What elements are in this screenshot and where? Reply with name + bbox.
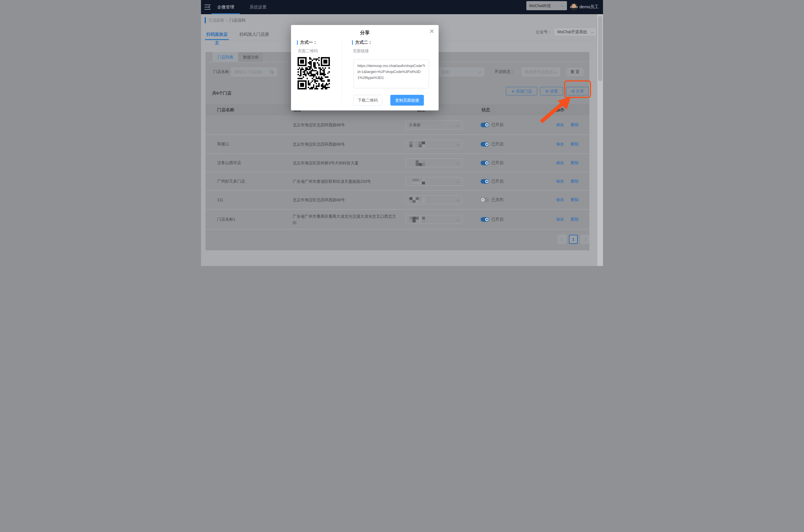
cell-address: 北京市海淀区北四环西路66号 bbox=[293, 122, 399, 128]
header-actions: 操作 bbox=[556, 104, 564, 115]
gear-icon bbox=[545, 90, 549, 93]
censored-owner-mosaic bbox=[409, 197, 425, 203]
status-select[interactable]: 请选择开启状态 bbox=[522, 68, 560, 76]
status-label: 已关闭 bbox=[492, 197, 503, 203]
censored-owner-mosaic bbox=[409, 160, 425, 166]
share-icon bbox=[571, 90, 575, 93]
card-tab-1[interactable]: 数据分析 bbox=[238, 52, 264, 62]
delete-link[interactable]: 删除 bbox=[571, 160, 579, 166]
user-name[interactable]: demo员工 bbox=[579, 4, 599, 10]
page-tab-1[interactable]: 扫码加入门店群 bbox=[239, 30, 269, 40]
cell-shop-name: 汉拿山西寺店 bbox=[217, 160, 288, 166]
cell-actions: 修改删除 bbox=[556, 179, 579, 184]
cell-address: 广东省广州市番禺区番禺大道北与汉溪大道东交叉口西北方向 bbox=[293, 213, 399, 226]
chevron-left-icon bbox=[560, 238, 563, 241]
owner-select[interactable] bbox=[406, 159, 462, 168]
navbar-item-1[interactable]: 系统设置 bbox=[246, 0, 271, 14]
action-divider bbox=[567, 179, 568, 183]
table-row: 汉拿山西寺店北京市海淀区苏州桥3号大恒科技大厦已开启修改删除 bbox=[206, 154, 589, 172]
official-account-row: 公众号： MoChat开源系统 bbox=[536, 27, 596, 36]
owner-select[interactable] bbox=[406, 177, 462, 186]
cell-actions: 修改删除 bbox=[556, 217, 579, 222]
owner-select[interactable] bbox=[406, 215, 462, 224]
status-toggle[interactable] bbox=[481, 217, 489, 222]
status-toggle[interactable] bbox=[481, 122, 489, 127]
method1-heading: 方式一： bbox=[297, 40, 317, 45]
delete-link[interactable]: 删除 bbox=[571, 142, 579, 147]
breadcrumb-separator: / bbox=[226, 18, 227, 23]
download-qr-button[interactable]: 下载二维码 bbox=[353, 95, 382, 106]
scrollbar-thumb[interactable] bbox=[598, 16, 602, 81]
navbar-item-0[interactable]: 企微管理 bbox=[213, 0, 238, 14]
method2-heading: 方式二： bbox=[352, 40, 372, 45]
breadcrumb-parent[interactable]: 引流获客 bbox=[208, 18, 224, 23]
search-icon bbox=[270, 70, 274, 74]
avatar[interactable] bbox=[570, 3, 578, 11]
prev-page-button[interactable] bbox=[558, 235, 567, 244]
status-filter-label: 开启状态： bbox=[495, 69, 514, 74]
shop-name-input[interactable]: 请输入门店名称 bbox=[231, 68, 277, 76]
accent-bar bbox=[297, 40, 298, 45]
cell-address: 广东省广州市黄埔区联和街道天鹿南路233号 bbox=[293, 178, 399, 185]
scrollbar-track[interactable] bbox=[597, 14, 603, 266]
action-divider bbox=[567, 217, 568, 221]
status-toggle[interactable] bbox=[481, 197, 489, 202]
delete-link[interactable]: 删除 bbox=[571, 197, 579, 203]
censored-owner-mosaic bbox=[409, 216, 425, 222]
delete-link[interactable]: 删除 bbox=[571, 122, 579, 128]
page-link-box[interactable]: https://demoop.mo.chat/auth/shopCode?id=… bbox=[353, 59, 429, 88]
current-page-button[interactable]: 1 bbox=[569, 235, 578, 244]
method2-subtitle: 页面链接 bbox=[353, 49, 369, 54]
action-divider bbox=[567, 142, 568, 146]
status-select-placeholder: 请选择开启状态 bbox=[525, 70, 553, 74]
status-toggle[interactable] bbox=[481, 179, 489, 184]
status-label: 已开启 bbox=[492, 142, 503, 147]
owner-select[interactable]: 大掌柜 bbox=[406, 121, 462, 130]
official-account-label: 公众号： bbox=[536, 30, 552, 35]
delete-link[interactable]: 删除 bbox=[571, 217, 579, 222]
share-button[interactable]: 分享 bbox=[566, 87, 589, 95]
cell-status: 已开启 bbox=[481, 122, 503, 128]
edit-link[interactable]: 修改 bbox=[556, 122, 564, 128]
official-account-select[interactable]: MoChat开源系统 bbox=[554, 27, 596, 36]
collapse-menu-icon[interactable] bbox=[205, 4, 211, 10]
plus-icon bbox=[511, 90, 515, 93]
cell-actions: 修改删除 bbox=[556, 122, 579, 128]
censored-owner-mosaic bbox=[409, 142, 425, 147]
table-row: 广州好又多门店广东省广州市黄埔区联和街道天鹿南路233号已开启修改删除 bbox=[206, 172, 589, 190]
method1-subtitle: 页面二维码 bbox=[298, 49, 318, 54]
close-icon[interactable] bbox=[429, 29, 434, 34]
shop-name-placeholder: 请输入门店名称 bbox=[234, 70, 262, 74]
edit-link[interactable]: 修改 bbox=[556, 217, 564, 222]
status-toggle[interactable] bbox=[481, 161, 489, 165]
table-row: 北京市海淀区北四环西路66号大掌柜已开启修改删除 bbox=[206, 115, 589, 135]
corp-select[interactable]: MoChat科技 bbox=[527, 1, 567, 10]
owner-select[interactable] bbox=[406, 195, 462, 204]
cell-actions: 修改删除 bbox=[556, 142, 579, 147]
cell-shop-name: 门店名称1 bbox=[217, 217, 288, 222]
page-tab-0[interactable]: 扫码添加店主 bbox=[205, 30, 229, 40]
card-tab-0[interactable]: 门店列表 bbox=[213, 52, 238, 62]
settings-button[interactable]: 设置 bbox=[540, 87, 563, 95]
chevron-down-icon bbox=[561, 4, 564, 7]
qr-code bbox=[298, 57, 330, 90]
edit-link[interactable]: 修改 bbox=[556, 160, 564, 166]
chevron-down-icon bbox=[591, 31, 594, 34]
next-page-button[interactable] bbox=[580, 235, 589, 244]
shop-count-summary: 共6个门店 bbox=[212, 91, 231, 96]
owner-select[interactable] bbox=[406, 140, 462, 149]
copy-link-button[interactable]: 复制页面链接 bbox=[390, 95, 424, 106]
chevron-right-icon bbox=[583, 238, 587, 241]
chevron-down-icon bbox=[554, 71, 557, 74]
edit-link[interactable]: 修改 bbox=[556, 179, 564, 184]
add-shop-button[interactable]: 添加门店 bbox=[506, 87, 537, 95]
status-toggle[interactable] bbox=[481, 142, 489, 147]
edit-link[interactable]: 修改 bbox=[556, 197, 564, 203]
edit-link[interactable]: 修改 bbox=[556, 142, 564, 147]
table-row: 111北京市海淀区北四环西路66号已关闭修改删除 bbox=[206, 190, 589, 209]
navbar-menu: 企微管理系统设置 bbox=[213, 0, 278, 14]
cell-status: 已开启 bbox=[481, 160, 503, 166]
chevron-down-icon bbox=[457, 198, 459, 201]
reset-button[interactable]: 重 置 bbox=[567, 68, 584, 76]
delete-link[interactable]: 删除 bbox=[571, 179, 579, 184]
